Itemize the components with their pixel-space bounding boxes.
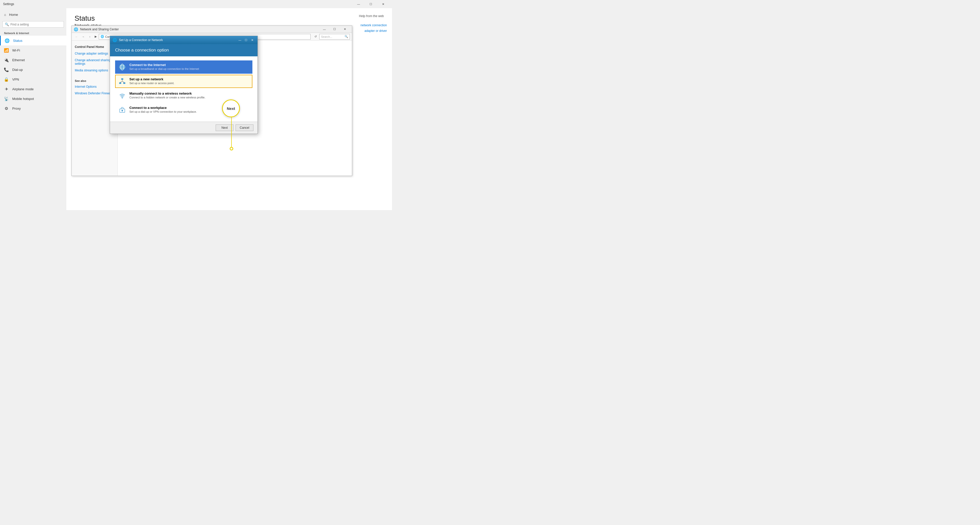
setup-header: Choose a connection option	[110, 44, 258, 56]
airplane-icon: ✈	[4, 87, 9, 91]
nsc-titlebar: 🌐 Network and Sharing Center — ☐ ✕	[72, 26, 352, 33]
nsc-search-text: Search...	[321, 35, 332, 38]
option-wireless-desc: Connect to a hidden network or create a …	[129, 96, 249, 99]
svg-rect-7	[123, 82, 125, 84]
minimize-button[interactable]: —	[353, 0, 364, 8]
svg-line-9	[120, 81, 122, 82]
ethernet-icon: 🔌	[4, 58, 9, 62]
search-box[interactable]: 🔍	[3, 21, 64, 27]
svg-rect-5	[121, 78, 123, 80]
sidebar-item-vpn[interactable]: 🔒 VPN	[0, 75, 66, 84]
setup-close-button[interactable]: ✕	[249, 38, 255, 43]
option-wireless-icon	[118, 92, 126, 100]
sidebar-item-airplane[interactable]: ✈ Airplane mode	[0, 84, 66, 94]
search-icon: 🔍	[5, 22, 9, 26]
home-label: Home	[9, 13, 18, 17]
sidebar-wifi-label: Wi-Fi	[12, 48, 20, 52]
next-annotation: Next	[222, 100, 240, 117]
sidebar-dialup-label: Dial-up	[12, 68, 23, 71]
wifi-icon: 📶	[4, 48, 9, 52]
cancel-button[interactable]: Cancel	[235, 124, 253, 131]
sidebar-status-label: Status	[13, 39, 22, 43]
setup-minimize-button[interactable]: —	[237, 38, 243, 43]
nsc-search-box[interactable]: Search... 🔍	[319, 34, 350, 40]
home-icon: ⌂	[4, 13, 6, 17]
nsc-address-network-icon: 🌐	[100, 35, 104, 38]
option-internet-text: Connect to the Internet Set up a broadba…	[129, 63, 249, 70]
close-button[interactable]: ✕	[377, 0, 389, 8]
window-controls: — ☐ ✕	[353, 0, 389, 8]
option-internet-desc: Set up a broadband or dial-up connection…	[129, 67, 249, 70]
setup-footer: Next Cancel	[110, 122, 258, 133]
option-internet-title: Connect to the Internet	[129, 63, 249, 67]
setup-maximize-button[interactable]: ☐	[243, 38, 249, 43]
right-links: network connection adapter or driver	[361, 24, 387, 33]
sidebar-vpn-label: VPN	[12, 78, 19, 81]
proxy-icon: ⚙	[4, 106, 9, 111]
next-annotation-line	[231, 117, 232, 148]
sidebar-item-hotspot[interactable]: 📡 Mobile hotspot	[0, 94, 66, 103]
sidebar-item-wifi[interactable]: 📶 Wi-Fi	[0, 45, 66, 55]
app-title: Settings	[3, 2, 14, 6]
setup-title-text: Set Up a Connection or Network	[119, 38, 163, 42]
sidebar-home[interactable]: ⌂ Home	[0, 10, 66, 19]
nsc-search-icon: 🔍	[345, 35, 348, 38]
nsc-minimize-button[interactable]: —	[319, 26, 329, 33]
sidebar-item-ethernet[interactable]: 🔌 Ethernet	[0, 55, 66, 65]
sidebar: ⌂ Home 🔍 Network & Internet 🌐 Status 📶 W…	[0, 8, 66, 210]
setup-dialog: 🌐 Set Up a Connection or Network — ☐ ✕ C…	[110, 36, 258, 134]
search-input[interactable]	[11, 23, 56, 26]
svg-line-10	[122, 81, 124, 82]
vpn-icon: 🔒	[4, 77, 9, 82]
option-new-network-desc: Set up a new router or access point.	[129, 82, 249, 85]
nsc-close-button[interactable]: ✕	[340, 26, 350, 33]
nsc-forward-button[interactable]: →	[80, 34, 86, 40]
setup-titlebar-controls: — ☐ ✕	[237, 38, 255, 43]
option-new-network-title: Set up a new network	[129, 77, 249, 81]
sidebar-item-dialup[interactable]: 📞 Dial-up	[0, 65, 66, 75]
option-workplace-icon	[118, 106, 126, 114]
nsc-window-controls: — ☐ ✕	[319, 26, 350, 33]
svg-point-13	[121, 110, 123, 111]
nsc-window-title: Network and Sharing Center	[80, 27, 119, 31]
setup-header-title: Choose a connection option	[115, 48, 169, 52]
maximize-button[interactable]: ☐	[365, 0, 377, 8]
sidebar-proxy-label: Proxy	[12, 106, 21, 110]
sidebar-section-label: Network & Internet	[0, 30, 66, 36]
svg-rect-6	[119, 82, 121, 84]
option-new-network-text: Set up a new network Set up a new router…	[129, 77, 249, 85]
option-wireless-title: Manually connect to a wireless network	[129, 92, 249, 95]
setup-dialog-icon: 🌐	[113, 38, 117, 42]
svg-point-11	[122, 97, 123, 98]
option-new-network[interactable]: Set up a new network Set up a new router…	[115, 75, 252, 88]
sidebar-item-status[interactable]: 🌐 Status	[0, 36, 66, 45]
option-network-icon	[118, 77, 126, 86]
next-annotation-dot	[230, 147, 233, 151]
setup-titlebar: 🌐 Set Up a Connection or Network — ☐ ✕	[110, 36, 258, 44]
option-internet-icon	[118, 63, 126, 71]
sidebar-airplane-label: Airplane mode	[12, 87, 34, 91]
hotspot-icon: 📡	[4, 97, 9, 101]
sidebar-item-proxy[interactable]: ⚙ Proxy	[0, 103, 66, 113]
option-wireless-text: Manually connect to a wireless network C…	[129, 92, 249, 99]
option-connect-internet[interactable]: Connect to the Internet Set up a broadba…	[115, 60, 252, 74]
status-icon: 🌐	[5, 38, 10, 43]
nsc-window-icon: 🌐	[74, 27, 78, 31]
nsc-up-button[interactable]: ↑	[87, 34, 93, 40]
network-connection-link[interactable]: network connection	[361, 24, 387, 27]
dialup-icon: 📞	[4, 67, 9, 72]
sidebar-ethernet-label: Ethernet	[12, 58, 25, 62]
nsc-maximize-button[interactable]: ☐	[329, 26, 340, 33]
nsc-back-button[interactable]: ←	[74, 34, 80, 40]
page-title: Status	[75, 14, 384, 22]
next-circle-label: Next	[222, 100, 240, 117]
adapter-driver-link[interactable]: adapter or driver	[364, 29, 387, 33]
title-bar: Settings — ☐ ✕	[0, 0, 392, 8]
nsc-refresh-button[interactable]: ↺	[313, 34, 318, 40]
sidebar-hotspot-label: Mobile hotspot	[12, 97, 34, 101]
next-button[interactable]: Next	[216, 124, 234, 131]
help-from-web: Help from the web	[359, 14, 384, 18]
